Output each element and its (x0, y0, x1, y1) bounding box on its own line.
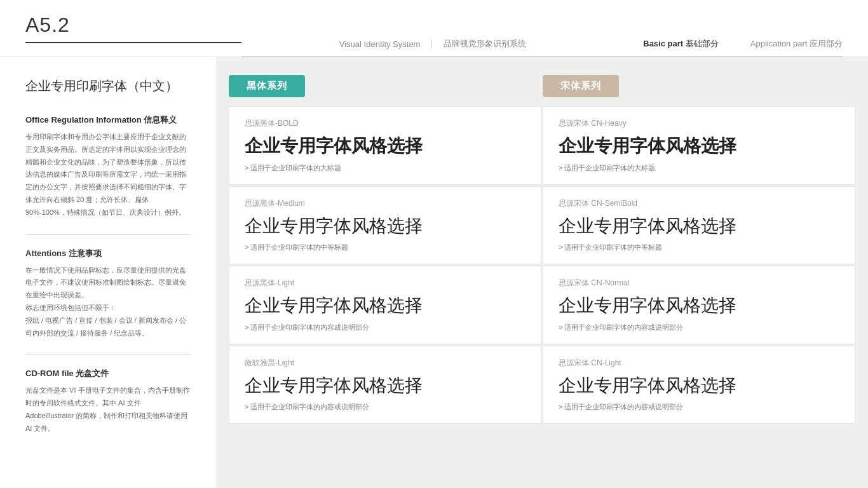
font-demo-right-0: 企业专用字体风格选择 (559, 135, 839, 157)
font-card-right-0: 思源宋体 CN-Heavy 企业专用字体风格选择 > 适用于企业印刷字体的大标题 (543, 106, 855, 185)
font-name-left-3: 微软雅黑-Light (245, 358, 526, 369)
header-right: Basic part 基础部分 Application part 应用部分 (624, 0, 843, 57)
font-card-right-3: 思源宋体 CN-Light 企业专用字体风格选择 > 适用于企业印刷字体的内容或… (543, 346, 855, 424)
sidebar-divider-2 (25, 355, 191, 355)
font-desc-right-1: > 适用于企业印刷字体的中等标题 (559, 243, 839, 252)
attentions-text: 在一般情况下使用品牌标志，应尽量使用提供的光盘电子文件，不建议使用标准制图绘制标… (25, 264, 191, 340)
font-content: 黑体系列 宋体系列 思源黑体-BOLD 企业专用字体风格选择 > 适用于企业印刷… (216, 57, 868, 488)
font-card-left-3: 微软雅黑-Light 企业专用字体风格选择 > 适用于企业印刷字体的内容或说明部… (229, 346, 541, 424)
font-name-right-2: 思源宋体 CN-Normal (559, 278, 839, 288)
sidebar-title: 企业专用印刷字体（中文） (25, 76, 191, 95)
font-desc-left-2: > 适用于企业印刷字体的内容或说明部分 (245, 323, 526, 332)
info-block-title: Office Regulation Information 信息释义 (25, 114, 191, 126)
font-demo-left-2: 企业专用字体风格选择 (245, 295, 526, 316)
font-row-1: 思源黑体-Medium 企业专用字体风格选择 > 适用于企业印刷字体的中等标题 … (229, 186, 855, 265)
font-demo-left-1: 企业专用字体风格选择 (245, 215, 526, 237)
attentions-title: Attentions 注意事项 (25, 248, 191, 259)
font-name-right-3: 思源宋体 CN-Light (559, 358, 839, 369)
sidebar: 企业专用印刷字体（中文） Office Regulation Informati… (0, 57, 216, 488)
font-desc-right-3: > 适用于企业印刷字体的内容或说明部分 (559, 402, 839, 412)
font-demo-left-0: 企业专用字体风格选择 (245, 135, 526, 157)
main-content: 企业专用印刷字体（中文） Office Regulation Informati… (0, 57, 868, 488)
font-desc-left-0: > 适用于企业印刷字体的大标题 (245, 163, 526, 173)
font-desc-left-1: > 适用于企业印刷字体的中等标题 (245, 243, 526, 252)
font-desc-right-2: > 适用于企业印刷字体的内容或说明部分 (559, 323, 839, 332)
cdrom-text: 光盘文件是本 VI 手册电子文件的集合，内含手册制作时的专用软件格式文件。其中 … (25, 384, 191, 435)
font-name-left-1: 思源黑体-Medium (245, 198, 526, 209)
nav-basic-part[interactable]: Basic part 基础部分 (643, 38, 719, 50)
nav-center-en: Visual Identity System (328, 39, 432, 49)
sidebar-divider-1 (25, 234, 191, 235)
font-demo-right-1: 企业专用字体风格选择 (559, 215, 839, 237)
font-name-left-2: 思源黑体-Light (245, 278, 526, 288)
heiti-label: 黑体系列 (229, 75, 305, 97)
font-demo-left-3: 企业专用字体风格选择 (245, 375, 526, 396)
page-number: A5.2 (25, 13, 70, 36)
cdrom-title: CD-ROM file 光盘文件 (25, 368, 191, 379)
font-demo-right-2: 企业专用字体风格选择 (559, 295, 839, 316)
nav-center-zh: 品牌视觉形象识别系统 (432, 38, 538, 50)
font-card-left-1: 思源黑体-Medium 企业专用字体风格选择 > 适用于企业印刷字体的中等标题 (229, 186, 541, 265)
attentions-block: Attentions 注意事项 在一般情况下使用品牌标志，应尽量使用提供的光盘电… (25, 248, 191, 340)
header-left: A5.2 (25, 13, 241, 43)
font-desc-left-3: > 适用于企业印刷字体的内容或说明部分 (245, 402, 526, 412)
heiti-header: 黑体系列 (229, 70, 541, 102)
info-block-text: 专用印刷字体和专用办公字体主要应用于企业文献的正文及实务用品。所选定的字体用以实… (25, 131, 191, 219)
font-rows: 思源黑体-BOLD 企业专用字体风格选择 > 适用于企业印刷字体的大标题 思源宋… (229, 106, 855, 424)
font-row-0: 思源黑体-BOLD 企业专用字体风格选择 > 适用于企业印刷字体的大标题 思源宋… (229, 106, 855, 185)
header: A5.2 Visual Identity System 品牌视觉形象识别系统 B… (0, 0, 868, 57)
font-desc-right-0: > 适用于企业印刷字体的大标题 (559, 163, 839, 173)
font-card-left-2: 思源黑体-Light 企业专用字体风格选择 > 适用于企业印刷字体的内容或说明部… (229, 266, 541, 344)
songti-label: 宋体系列 (543, 75, 619, 97)
cdrom-block: CD-ROM file 光盘文件 光盘文件是本 VI 手册电子文件的集合，内含手… (25, 368, 191, 435)
songti-header: 宋体系列 (543, 70, 855, 102)
font-demo-right-3: 企业专用字体风格选择 (559, 375, 839, 396)
font-row-2: 思源黑体-Light 企业专用字体风格选择 > 适用于企业印刷字体的内容或说明部… (229, 266, 855, 344)
font-card-right-1: 思源宋体 CN-SemiBold 企业专用字体风格选择 > 适用于企业印刷字体的… (543, 186, 855, 265)
font-card-left-0: 思源黑体-BOLD 企业专用字体风格选择 > 适用于企业印刷字体的大标题 (229, 106, 541, 185)
font-row-3: 微软雅黑-Light 企业专用字体风格选择 > 适用于企业印刷字体的内容或说明部… (229, 346, 855, 424)
info-block: Office Regulation Information 信息释义 专用印刷字… (25, 114, 191, 219)
font-name-left-0: 思源黑体-BOLD (245, 118, 526, 129)
font-card-right-2: 思源宋体 CN-Normal 企业专用字体风格选择 > 适用于企业印刷字体的内容… (543, 266, 855, 344)
font-name-right-0: 思源宋体 CN-Heavy (559, 118, 839, 129)
font-name-right-1: 思源宋体 CN-SemiBold (559, 198, 839, 209)
nav-application-part[interactable]: Application part 应用部分 (750, 38, 843, 50)
